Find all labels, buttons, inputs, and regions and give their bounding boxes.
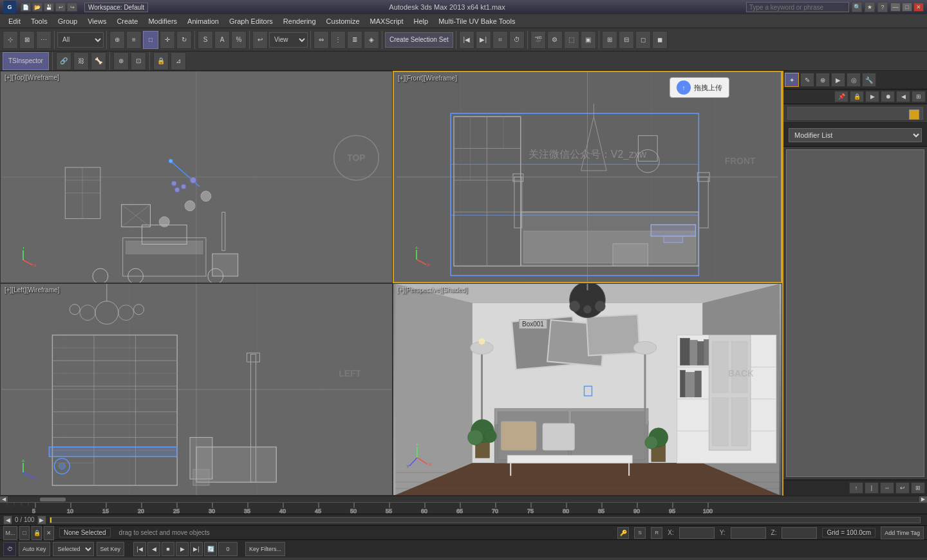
scroll-arrow-left[interactable]: ◀ bbox=[0, 496, 8, 503]
viewport-top[interactable]: [+][Top][Wireframe] bbox=[0, 71, 393, 283]
rpanel-lock-icon[interactable]: 🔒 bbox=[850, 91, 864, 102]
minimize-button[interactable]: — bbox=[890, 3, 901, 12]
viewport-front[interactable]: [+][Front][Wireframe] ↑ 拖拽上传 bbox=[393, 71, 782, 283]
snap-toggle-btn[interactable]: S bbox=[198, 31, 213, 49]
select-by-name-btn[interactable]: ≡ bbox=[126, 31, 142, 49]
render-setup-btn[interactable]: 🎬 bbox=[530, 31, 546, 49]
time-config-btn[interactable]: ⏱ bbox=[509, 31, 525, 49]
set-key-button[interactable]: Set Key bbox=[97, 542, 125, 556]
rpanel-motion-tab[interactable]: ▶ bbox=[831, 73, 845, 87]
rpanel-create-tab[interactable]: ✦ bbox=[785, 73, 799, 87]
mirror-btn[interactable]: ⇔ bbox=[314, 31, 329, 49]
scroll-arrow-right[interactable]: ▶ bbox=[919, 496, 927, 503]
menu-help[interactable]: Help bbox=[409, 16, 434, 26]
angle-snap-btn[interactable]: A bbox=[214, 31, 230, 49]
menu-group[interactable]: Group bbox=[53, 16, 83, 26]
menu-views[interactable]: Views bbox=[82, 16, 111, 26]
auto-key-button[interactable]: Auto Key bbox=[19, 542, 50, 556]
create-selection-button[interactable]: Create Selection Set bbox=[385, 32, 453, 48]
rpanel-play-icon[interactable]: ▶ bbox=[865, 91, 879, 102]
timeline-track[interactable] bbox=[50, 517, 921, 523]
unlink-btn[interactable]: ⛓ bbox=[73, 52, 89, 70]
layer-mgr-btn[interactable]: ≣ bbox=[347, 31, 362, 49]
undo-icon[interactable]: ↩ bbox=[55, 3, 66, 12]
menu-tools[interactable]: Tools bbox=[26, 16, 53, 26]
bookmark-icon[interactable]: ★ bbox=[865, 2, 875, 12]
menu-animation[interactable]: Animation bbox=[182, 16, 224, 26]
search-icon[interactable]: 🔍 bbox=[852, 2, 862, 12]
menu-modifiers[interactable]: Modifiers bbox=[143, 16, 182, 26]
rotate-btn[interactable]: ↻ bbox=[176, 31, 192, 49]
rect-region-btn[interactable]: □ bbox=[143, 31, 158, 49]
rpanel-bottom-icon4[interactable]: ↩ bbox=[895, 482, 910, 494]
rpanel-display-tab[interactable]: ◎ bbox=[847, 73, 861, 87]
rpanel-modify-tab[interactable]: ✎ bbox=[800, 73, 814, 87]
help-icon[interactable]: ? bbox=[877, 2, 888, 12]
move-btn[interactable]: ✛ bbox=[160, 31, 175, 49]
menu-maxscript[interactable]: MAXScript bbox=[365, 16, 409, 26]
material-editor-btn[interactable]: ⊞ bbox=[602, 31, 617, 49]
render-frame-btn[interactable]: ▣ bbox=[581, 31, 596, 49]
track-view-btn[interactable]: ◈ bbox=[364, 31, 379, 49]
scale-btn[interactable]: ⊿ bbox=[171, 52, 186, 70]
rpanel-prev-icon[interactable]: ◀ bbox=[896, 91, 910, 102]
active-shade-btn[interactable]: ⬚ bbox=[564, 31, 579, 49]
snap-3d-btn[interactable]: S bbox=[634, 527, 646, 539]
playback-next[interactable]: ▶| bbox=[476, 31, 491, 49]
rpanel-bottom-icon1[interactable]: ↑ bbox=[849, 482, 863, 494]
scroll-thumb[interactable] bbox=[40, 498, 66, 501]
align-btn[interactable]: ⋮ bbox=[330, 31, 346, 49]
play-stop-btn[interactable]: ■ bbox=[162, 542, 174, 556]
snap-rotate-btn[interactable]: R bbox=[651, 527, 662, 539]
rpanel-pin-icon[interactable]: 📌 bbox=[834, 91, 848, 102]
constraint-btn[interactable]: 🔒 bbox=[153, 52, 169, 70]
select-filter-btn[interactable]: ⊕ bbox=[113, 52, 129, 70]
scene-close-btn[interactable]: ✕ bbox=[44, 526, 54, 540]
menu-multitile[interactable]: Multi-Tile UV Bake Tools bbox=[433, 16, 520, 26]
redo-icon[interactable]: ↪ bbox=[67, 3, 77, 12]
percent-snap-btn[interactable]: % bbox=[231, 31, 247, 49]
rpanel-utilities-tab[interactable]: 🔧 bbox=[862, 73, 876, 87]
playback-prev[interactable]: |◀ bbox=[459, 31, 474, 49]
rpanel-bottom-icon3[interactable]: ↔ bbox=[880, 482, 894, 494]
link-btn[interactable]: 🔗 bbox=[56, 52, 71, 70]
play-time-input[interactable]: 0 bbox=[218, 542, 238, 556]
select-tool[interactable]: ⊹ bbox=[3, 31, 18, 49]
bone-mode-btn[interactable]: 🦴 bbox=[91, 52, 106, 70]
schematic-view-btn[interactable]: ⊟ bbox=[619, 31, 634, 49]
undo-scene-btn[interactable]: ↩ bbox=[252, 31, 268, 49]
filter-dropdown[interactable]: All Geometry Shapes Lights Cameras bbox=[57, 32, 104, 48]
lasso-tool[interactable]: ⋯ bbox=[36, 31, 52, 49]
render-btn[interactable]: ⚙ bbox=[547, 31, 563, 49]
horizontal-scrollbar[interactable]: ◀ ▶ bbox=[0, 496, 927, 502]
ts-inspector-btn[interactable]: TSInspector bbox=[3, 52, 49, 70]
menu-edit[interactable]: Edit bbox=[3, 16, 26, 26]
rpanel-bottom-icon5[interactable]: ⊞ bbox=[911, 482, 925, 494]
rpanel-render2-icon[interactable]: ⊞ bbox=[912, 91, 926, 102]
rpanel-hierarchy-tab[interactable]: ⊕ bbox=[816, 73, 830, 87]
upload-overlay[interactable]: ↑ 拖拽上传 bbox=[670, 77, 729, 98]
rpanel-bottom-icon2[interactable]: | bbox=[865, 482, 879, 494]
menu-customize[interactable]: Customize bbox=[321, 16, 365, 26]
time-config-icon[interactable]: ⏱ bbox=[3, 542, 16, 556]
key-mode-btn[interactable]: ⌗ bbox=[492, 31, 508, 49]
menu-rendering[interactable]: Rendering bbox=[278, 16, 321, 26]
y-coord-input[interactable] bbox=[731, 527, 766, 539]
menu-create[interactable]: Create bbox=[111, 16, 143, 26]
x-coord-input[interactable] bbox=[679, 527, 715, 539]
environment-btn[interactable]: ◻ bbox=[635, 31, 651, 49]
select-region-tool[interactable]: ⊠ bbox=[19, 31, 35, 49]
effects-btn[interactable]: ◼ bbox=[652, 31, 668, 49]
rpanel-record-icon[interactable]: ⏺ bbox=[881, 91, 895, 102]
play-prev-key-btn[interactable]: ◀ bbox=[147, 542, 160, 556]
search-input[interactable] bbox=[746, 2, 849, 12]
open-icon[interactable]: 📂 bbox=[32, 3, 42, 12]
modifier-list-dropdown[interactable]: Modifier List bbox=[789, 128, 922, 142]
color-swatch[interactable] bbox=[909, 109, 919, 120]
timeline-next-btn[interactable]: ▶ bbox=[37, 516, 46, 525]
viewport-perspective[interactable]: [+][Perspective][Shaded] bbox=[393, 283, 782, 496]
add-time-tag-button[interactable]: Add Time Tag bbox=[881, 527, 924, 539]
key-filters-button[interactable]: Key Filters... bbox=[245, 542, 285, 556]
viewport-left[interactable]: [+][Left][Wireframe] bbox=[0, 283, 393, 496]
maximize-button[interactable]: □ bbox=[902, 3, 912, 12]
